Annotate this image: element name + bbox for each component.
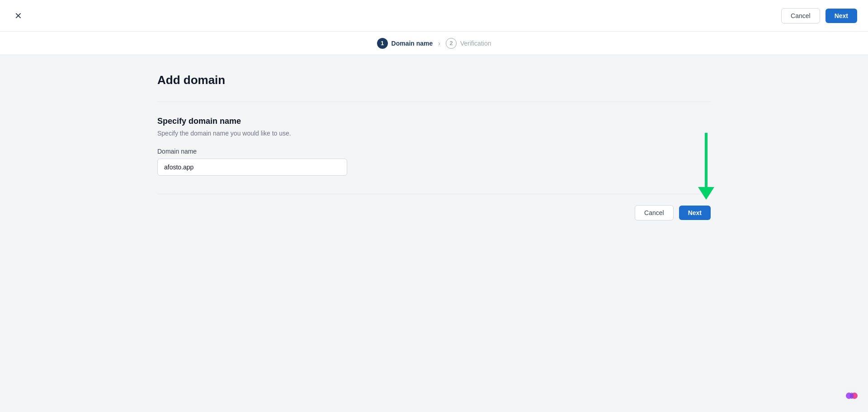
bottom-actions: Cancel Next [157, 205, 711, 220]
header-cancel-button[interactable]: Cancel [781, 8, 820, 23]
step-2: 2 Verification [446, 38, 491, 49]
step-2-number: 2 [446, 38, 457, 49]
page-title: Add domain [157, 73, 225, 87]
header-actions: Cancel Next [781, 8, 857, 23]
top-bar: ✕ Cancel Next [0, 0, 868, 32]
arrow-line [705, 133, 708, 187]
domain-name-input[interactable] [157, 159, 347, 176]
close-button[interactable]: ✕ [11, 9, 25, 23]
bottom-cancel-button[interactable]: Cancel [635, 205, 674, 220]
step-1-number: 1 [377, 38, 388, 49]
section-description: Specify the domain name you would like t… [157, 130, 291, 137]
close-icon: ✕ [14, 10, 22, 21]
header-next-button[interactable]: Next [826, 9, 857, 23]
step-separator: › [438, 40, 440, 47]
step-2-label: Verification [460, 40, 491, 47]
stepper-bar: 1 Domain name › 2 Verification [0, 32, 868, 55]
step-1: 1 Domain name [377, 38, 433, 49]
arrow-head [698, 187, 714, 200]
main-content: Add domain Specify domain name Specify t… [0, 55, 868, 239]
bottom-next-button[interactable]: Next [679, 206, 711, 220]
section-title: Specify domain name [157, 117, 241, 126]
svg-point-3 [850, 393, 854, 399]
domain-name-label: Domain name [157, 148, 197, 155]
annotation-arrow [698, 133, 714, 200]
section-divider-bottom [157, 194, 711, 194]
section-divider-top [157, 102, 711, 102]
step-1-label: Domain name [392, 40, 433, 47]
brand-icon [843, 387, 861, 405]
